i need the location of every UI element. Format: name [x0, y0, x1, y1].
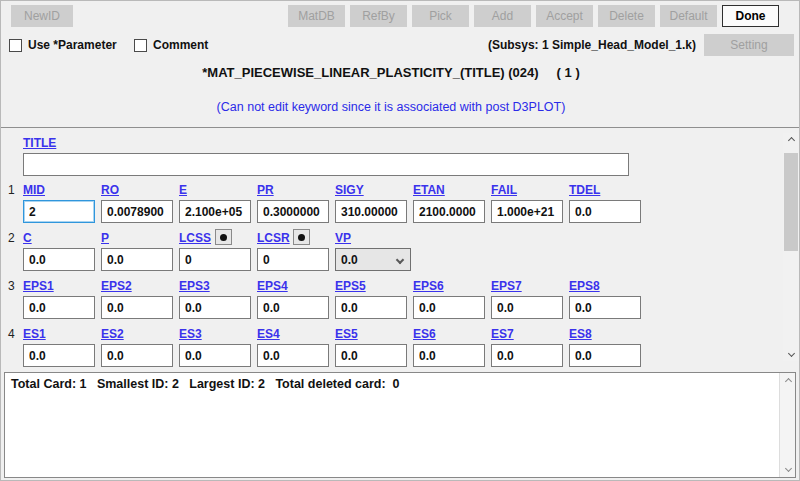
newid-button: NewID — [11, 5, 73, 27]
field-label-mid[interactable]: MID — [23, 183, 45, 197]
dot-icon — [298, 234, 305, 241]
field-label-es3[interactable]: ES3 — [179, 327, 202, 341]
field-label-es1[interactable]: ES1 — [23, 327, 46, 341]
field-label-eps4[interactable]: EPS4 — [257, 279, 288, 293]
field-label-fail[interactable]: FAIL — [491, 183, 517, 197]
field-label-ro[interactable]: RO — [101, 183, 119, 197]
use-parameter-label: Use *Parameter — [28, 38, 117, 52]
vp-dropdown-value: 0.0 — [336, 253, 397, 267]
field-label-eps7[interactable]: EPS7 — [491, 279, 522, 293]
field-label-sigy[interactable]: SIGY — [335, 183, 364, 197]
field-label-p[interactable]: P — [101, 231, 109, 245]
field-input-sigy[interactable] — [335, 200, 407, 223]
field-input-pr[interactable] — [257, 200, 329, 223]
add-button: Add — [474, 5, 531, 27]
dot-icon — [220, 234, 227, 241]
field-input-es7[interactable] — [491, 344, 563, 367]
field-label-eps8[interactable]: EPS8 — [569, 279, 600, 293]
curve-select-dot-button-lcss[interactable] — [215, 229, 232, 245]
field-label-e[interactable]: E — [179, 183, 187, 197]
default-button: Default — [660, 5, 717, 27]
card-row-number: 3 — [8, 279, 15, 293]
field-input-tdel[interactable] — [569, 200, 641, 223]
keyword-title: *MAT_PIECEWISE_LINEAR_PLASTICITY_(TITLE)… — [1, 65, 781, 80]
field-label-etan[interactable]: ETAN — [413, 183, 445, 197]
card-row-number: 4 — [8, 327, 15, 341]
card-row-number: 2 — [8, 231, 15, 245]
field-label-es6[interactable]: ES6 — [413, 327, 436, 341]
keyword-lock-notice: (Can not edit keyword since it is associ… — [1, 100, 781, 114]
field-label-es2[interactable]: ES2 — [101, 327, 124, 341]
field-label-title[interactable]: TITLE — [23, 136, 56, 150]
field-input-es3[interactable] — [179, 344, 251, 367]
field-label-lcsr[interactable]: LCSR — [257, 231, 290, 245]
field-input-es1[interactable] — [23, 344, 95, 367]
field-label-eps6[interactable]: EPS6 — [413, 279, 444, 293]
field-input-p[interactable] — [101, 248, 173, 271]
use-parameter-checkbox[interactable] — [9, 39, 22, 52]
field-input-eps6[interactable] — [413, 296, 485, 319]
refby-button: RefBy — [350, 5, 407, 27]
use-parameter-option[interactable]: Use *Parameter — [9, 38, 117, 52]
field-input-es6[interactable] — [413, 344, 485, 367]
chevron-down-icon — [396, 255, 404, 263]
keyword-name: *MAT_PIECEWISE_LINEAR_PLASTICITY_(TITLE)… — [202, 65, 538, 80]
field-input-c[interactable] — [23, 248, 95, 271]
summary-scrollbar-up-icon[interactable] — [780, 374, 796, 389]
field-input-lcsr[interactable] — [257, 248, 329, 271]
card-summary-text: Total Card: 1 Smallest ID: 2 Largest ID:… — [11, 377, 400, 391]
field-label-vp[interactable]: VP — [335, 231, 351, 245]
field-input-ro[interactable] — [101, 200, 173, 223]
comment-option[interactable]: Comment — [134, 38, 208, 52]
accept-button: Accept — [536, 5, 593, 27]
card-grid: TITLE 1MIDROEPRSIGYETANFAILTDEL2CPLCSSLC… — [1, 129, 782, 372]
field-input-title[interactable] — [23, 153, 629, 176]
field-label-es8[interactable]: ES8 — [569, 327, 592, 341]
summary-scrollbar[interactable] — [779, 373, 795, 477]
comment-checkbox[interactable] — [134, 39, 147, 52]
field-input-mid[interactable] — [23, 200, 95, 223]
field-input-eps5[interactable] — [335, 296, 407, 319]
card-summary-panel: Total Card: 1 Smallest ID: 2 Largest ID:… — [4, 372, 796, 478]
field-input-e[interactable] — [179, 200, 251, 223]
field-label-lcss[interactable]: LCSS — [179, 231, 211, 245]
field-label-eps1[interactable]: EPS1 — [23, 279, 54, 293]
field-label-es4[interactable]: ES4 — [257, 327, 280, 341]
field-input-es8[interactable] — [569, 344, 641, 367]
card-scrollbar[interactable] — [783, 133, 799, 361]
field-input-es2[interactable] — [101, 344, 173, 367]
field-input-etan[interactable] — [413, 200, 485, 223]
setting-button: Setting — [704, 34, 794, 56]
field-input-eps2[interactable] — [101, 296, 173, 319]
scrollbar-up-icon[interactable] — [783, 133, 799, 148]
field-input-fail[interactable] — [491, 200, 563, 223]
field-label-eps5[interactable]: EPS5 — [335, 279, 366, 293]
field-input-eps3[interactable] — [179, 296, 251, 319]
vp-dropdown[interactable]: 0.0 — [335, 248, 411, 271]
field-label-eps2[interactable]: EPS2 — [101, 279, 132, 293]
field-label-tdel[interactable]: TDEL — [569, 183, 600, 197]
field-label-es7[interactable]: ES7 — [491, 327, 514, 341]
scrollbar-down-icon[interactable] — [783, 346, 799, 361]
done-button[interactable]: Done — [722, 5, 779, 27]
field-label-es5[interactable]: ES5 — [335, 327, 358, 341]
curve-select-dot-button-lcsr[interactable] — [293, 229, 310, 245]
field-input-es4[interactable] — [257, 344, 329, 367]
scrollbar-thumb[interactable] — [784, 153, 798, 251]
field-input-lcss[interactable] — [179, 248, 251, 271]
field-label-pr[interactable]: PR — [257, 183, 274, 197]
field-input-eps8[interactable] — [569, 296, 641, 319]
field-input-eps1[interactable] — [23, 296, 95, 319]
separator-line — [1, 127, 799, 128]
field-input-es5[interactable] — [335, 344, 407, 367]
keyword-editor-window: NewID MatDB RefBy Pick Add Accept Delete… — [0, 0, 800, 481]
toolbar-button-group: MatDB RefBy Pick Add Accept Delete Defau… — [288, 5, 779, 27]
matdb-button: MatDB — [288, 5, 345, 27]
summary-scrollbar-down-icon[interactable] — [780, 461, 796, 476]
subsys-info: (Subsys: 1 Simple_Head_Model_1.k) — [488, 38, 696, 52]
field-label-c[interactable]: C — [23, 231, 32, 245]
field-label-eps3[interactable]: EPS3 — [179, 279, 210, 293]
field-input-eps4[interactable] — [257, 296, 329, 319]
field-input-eps7[interactable] — [491, 296, 563, 319]
card-row-number: 1 — [8, 183, 15, 197]
